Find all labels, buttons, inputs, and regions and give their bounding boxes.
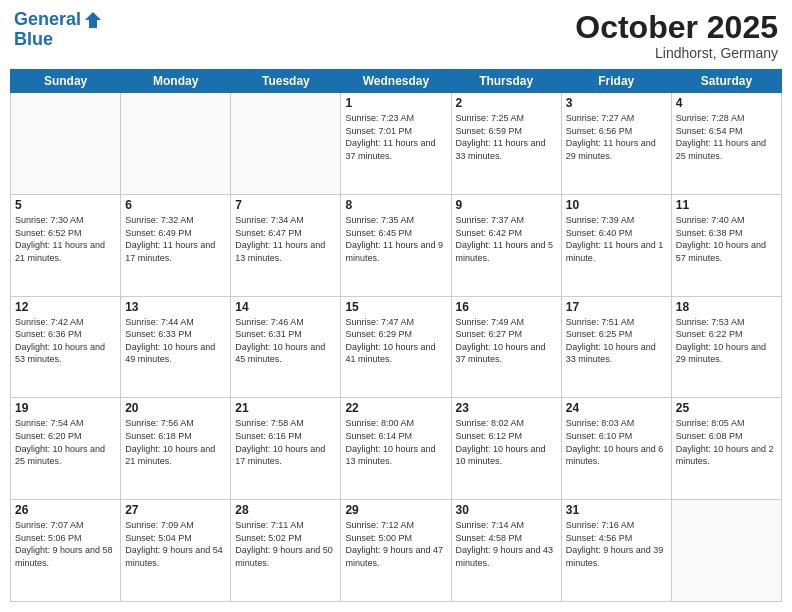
table-row: 25Sunrise: 8:05 AM Sunset: 6:08 PM Dayli… (671, 398, 781, 500)
day-number: 29 (345, 503, 446, 517)
day-info: Sunrise: 7:27 AM Sunset: 6:56 PM Dayligh… (566, 112, 667, 162)
table-row: 13Sunrise: 7:44 AM Sunset: 6:33 PM Dayli… (121, 296, 231, 398)
svg-marker-0 (85, 12, 101, 28)
day-number: 14 (235, 300, 336, 314)
day-info: Sunrise: 8:05 AM Sunset: 6:08 PM Dayligh… (676, 417, 777, 467)
day-number: 8 (345, 198, 446, 212)
month-title: October 2025 (575, 10, 778, 45)
day-info: Sunrise: 7:09 AM Sunset: 5:04 PM Dayligh… (125, 519, 226, 569)
table-row (231, 93, 341, 195)
table-row: 4Sunrise: 7:28 AM Sunset: 6:54 PM Daylig… (671, 93, 781, 195)
day-number: 10 (566, 198, 667, 212)
logo-text: General (14, 10, 103, 30)
day-info: Sunrise: 7:46 AM Sunset: 6:31 PM Dayligh… (235, 316, 336, 366)
table-row: 21Sunrise: 7:58 AM Sunset: 6:16 PM Dayli… (231, 398, 341, 500)
calendar-table: Sunday Monday Tuesday Wednesday Thursday… (10, 69, 782, 602)
day-number: 27 (125, 503, 226, 517)
day-number: 9 (456, 198, 557, 212)
day-info: Sunrise: 7:49 AM Sunset: 6:27 PM Dayligh… (456, 316, 557, 366)
day-info: Sunrise: 7:53 AM Sunset: 6:22 PM Dayligh… (676, 316, 777, 366)
day-number: 28 (235, 503, 336, 517)
day-info: Sunrise: 7:47 AM Sunset: 6:29 PM Dayligh… (345, 316, 446, 366)
col-monday: Monday (121, 70, 231, 93)
table-row: 7Sunrise: 7:34 AM Sunset: 6:47 PM Daylig… (231, 194, 341, 296)
day-number: 24 (566, 401, 667, 415)
calendar-week-row: 5Sunrise: 7:30 AM Sunset: 6:52 PM Daylig… (11, 194, 782, 296)
col-sunday: Sunday (11, 70, 121, 93)
day-number: 18 (676, 300, 777, 314)
day-number: 17 (566, 300, 667, 314)
day-number: 16 (456, 300, 557, 314)
calendar-week-row: 12Sunrise: 7:42 AM Sunset: 6:36 PM Dayli… (11, 296, 782, 398)
day-info: Sunrise: 7:37 AM Sunset: 6:42 PM Dayligh… (456, 214, 557, 264)
day-info: Sunrise: 7:40 AM Sunset: 6:38 PM Dayligh… (676, 214, 777, 264)
table-row: 26Sunrise: 7:07 AM Sunset: 5:06 PM Dayli… (11, 500, 121, 602)
day-info: Sunrise: 7:32 AM Sunset: 6:49 PM Dayligh… (125, 214, 226, 264)
day-number: 15 (345, 300, 446, 314)
col-thursday: Thursday (451, 70, 561, 93)
day-info: Sunrise: 7:16 AM Sunset: 4:56 PM Dayligh… (566, 519, 667, 569)
day-number: 22 (345, 401, 446, 415)
table-row: 30Sunrise: 7:14 AM Sunset: 4:58 PM Dayli… (451, 500, 561, 602)
table-row: 20Sunrise: 7:56 AM Sunset: 6:18 PM Dayli… (121, 398, 231, 500)
location-subtitle: Lindhorst, Germany (575, 45, 778, 61)
day-number: 23 (456, 401, 557, 415)
day-info: Sunrise: 7:56 AM Sunset: 6:18 PM Dayligh… (125, 417, 226, 467)
table-row: 6Sunrise: 7:32 AM Sunset: 6:49 PM Daylig… (121, 194, 231, 296)
day-info: Sunrise: 7:58 AM Sunset: 6:16 PM Dayligh… (235, 417, 336, 467)
day-info: Sunrise: 7:54 AM Sunset: 6:20 PM Dayligh… (15, 417, 116, 467)
logo-icon (83, 10, 103, 30)
table-row: 3Sunrise: 7:27 AM Sunset: 6:56 PM Daylig… (561, 93, 671, 195)
day-number: 2 (456, 96, 557, 110)
title-block: October 2025 Lindhorst, Germany (575, 10, 778, 61)
day-info: Sunrise: 7:42 AM Sunset: 6:36 PM Dayligh… (15, 316, 116, 366)
table-row: 14Sunrise: 7:46 AM Sunset: 6:31 PM Dayli… (231, 296, 341, 398)
col-tuesday: Tuesday (231, 70, 341, 93)
table-row: 2Sunrise: 7:25 AM Sunset: 6:59 PM Daylig… (451, 93, 561, 195)
day-number: 4 (676, 96, 777, 110)
calendar-week-row: 19Sunrise: 7:54 AM Sunset: 6:20 PM Dayli… (11, 398, 782, 500)
page: General Blue October 2025 Lindhorst, Ger… (0, 0, 792, 612)
day-number: 7 (235, 198, 336, 212)
day-number: 31 (566, 503, 667, 517)
table-row (671, 500, 781, 602)
col-wednesday: Wednesday (341, 70, 451, 93)
table-row: 24Sunrise: 8:03 AM Sunset: 6:10 PM Dayli… (561, 398, 671, 500)
day-info: Sunrise: 7:23 AM Sunset: 7:01 PM Dayligh… (345, 112, 446, 162)
day-info: Sunrise: 7:07 AM Sunset: 5:06 PM Dayligh… (15, 519, 116, 569)
day-info: Sunrise: 7:35 AM Sunset: 6:45 PM Dayligh… (345, 214, 446, 264)
table-row: 9Sunrise: 7:37 AM Sunset: 6:42 PM Daylig… (451, 194, 561, 296)
day-number: 30 (456, 503, 557, 517)
day-info: Sunrise: 7:12 AM Sunset: 5:00 PM Dayligh… (345, 519, 446, 569)
day-number: 21 (235, 401, 336, 415)
table-row: 5Sunrise: 7:30 AM Sunset: 6:52 PM Daylig… (11, 194, 121, 296)
day-info: Sunrise: 8:02 AM Sunset: 6:12 PM Dayligh… (456, 417, 557, 467)
day-info: Sunrise: 7:34 AM Sunset: 6:47 PM Dayligh… (235, 214, 336, 264)
logo-blue: Blue (14, 30, 103, 50)
day-number: 25 (676, 401, 777, 415)
table-row (11, 93, 121, 195)
day-number: 5 (15, 198, 116, 212)
table-row: 16Sunrise: 7:49 AM Sunset: 6:27 PM Dayli… (451, 296, 561, 398)
day-number: 6 (125, 198, 226, 212)
day-info: Sunrise: 8:00 AM Sunset: 6:14 PM Dayligh… (345, 417, 446, 467)
table-row: 19Sunrise: 7:54 AM Sunset: 6:20 PM Dayli… (11, 398, 121, 500)
table-row: 23Sunrise: 8:02 AM Sunset: 6:12 PM Dayli… (451, 398, 561, 500)
table-row (121, 93, 231, 195)
table-row: 27Sunrise: 7:09 AM Sunset: 5:04 PM Dayli… (121, 500, 231, 602)
day-info: Sunrise: 8:03 AM Sunset: 6:10 PM Dayligh… (566, 417, 667, 467)
day-number: 1 (345, 96, 446, 110)
table-row: 31Sunrise: 7:16 AM Sunset: 4:56 PM Dayli… (561, 500, 671, 602)
day-number: 19 (15, 401, 116, 415)
day-info: Sunrise: 7:28 AM Sunset: 6:54 PM Dayligh… (676, 112, 777, 162)
day-number: 12 (15, 300, 116, 314)
day-info: Sunrise: 7:30 AM Sunset: 6:52 PM Dayligh… (15, 214, 116, 264)
table-row: 1Sunrise: 7:23 AM Sunset: 7:01 PM Daylig… (341, 93, 451, 195)
table-row: 12Sunrise: 7:42 AM Sunset: 6:36 PM Dayli… (11, 296, 121, 398)
table-row: 28Sunrise: 7:11 AM Sunset: 5:02 PM Dayli… (231, 500, 341, 602)
table-row: 11Sunrise: 7:40 AM Sunset: 6:38 PM Dayli… (671, 194, 781, 296)
table-row: 22Sunrise: 8:00 AM Sunset: 6:14 PM Dayli… (341, 398, 451, 500)
day-number: 26 (15, 503, 116, 517)
calendar-week-row: 1Sunrise: 7:23 AM Sunset: 7:01 PM Daylig… (11, 93, 782, 195)
day-info: Sunrise: 7:11 AM Sunset: 5:02 PM Dayligh… (235, 519, 336, 569)
